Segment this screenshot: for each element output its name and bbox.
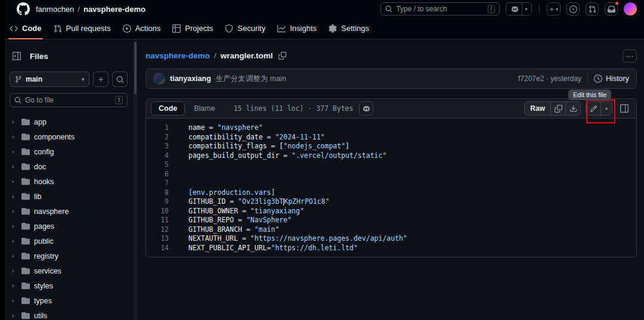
symbols-panel-button[interactable] <box>617 101 631 116</box>
tab-insights[interactable]: Insights <box>271 18 323 39</box>
code-line[interactable]: 14 NEXT_PUBLIC_API_URL="https://dh.leti.… <box>146 244 636 253</box>
pull-requests-button[interactable] <box>586 2 599 15</box>
line-number[interactable]: 10 <box>146 207 174 216</box>
user-avatar[interactable] <box>624 2 637 15</box>
tab-pull-requests[interactable]: Pull requests <box>48 18 117 39</box>
chevron-right-icon[interactable]: › <box>12 223 17 229</box>
chevron-right-icon[interactable]: › <box>12 148 17 155</box>
chevron-right-icon[interactable]: › <box>12 253 17 259</box>
tree-item-styles[interactable]: › styles <box>10 278 128 293</box>
commit-author[interactable]: tianyaxiang <box>170 74 211 83</box>
code-line[interactable]: 12 GITHUB_BRANCH = "main" <box>146 225 636 235</box>
code-line[interactable]: 9 GITHUB_ID = "Ov23lig3bTKpZHrPO1c8" <box>146 197 636 207</box>
tab-projects[interactable]: Projects <box>166 18 219 39</box>
code-line[interactable]: 3 compatibility_flags = ["nodejs_compat"… <box>146 142 636 151</box>
tree-item-registry[interactable]: › registry <box>10 248 128 263</box>
chevron-right-icon[interactable]: › <box>12 178 17 185</box>
tree-item-doc[interactable]: › doc <box>10 159 128 174</box>
code-line[interactable]: 2 compatibility_date = "2024-11-11" <box>146 133 636 142</box>
go-to-file-input[interactable]: Go to file t <box>10 93 128 107</box>
collapse-sidebar-icon[interactable] <box>10 49 24 63</box>
chevron-right-icon[interactable]: › <box>12 208 17 215</box>
more-options-button[interactable]: ⋯ <box>623 49 637 63</box>
line-number[interactable]: 11 <box>146 216 174 225</box>
code-line[interactable]: 6 <box>146 170 636 179</box>
tree-item-types[interactable]: › types <box>10 293 128 308</box>
commit-message[interactable]: 生产分支调整为 main <box>216 74 286 84</box>
download-button[interactable] <box>565 101 581 116</box>
history-button[interactable]: History <box>594 74 629 83</box>
chevron-right-icon[interactable]: › <box>12 193 17 200</box>
code-line[interactable]: 5 <box>146 160 636 170</box>
line-number[interactable]: 12 <box>146 225 174 235</box>
search-this-repo-button[interactable] <box>112 72 128 87</box>
sidebar-scrollbar[interactable] <box>134 39 137 320</box>
copilot-button[interactable] <box>359 101 373 116</box>
tree-item-utils[interactable]: › utils <box>10 308 128 320</box>
line-number[interactable]: 13 <box>146 234 174 244</box>
tree-item-config[interactable]: › config <box>10 144 128 159</box>
notifications-button[interactable] <box>605 2 618 15</box>
copy-path-icon[interactable] <box>278 52 286 60</box>
breadcrumb-repo-link[interactable]: navsphere-demo <box>145 51 210 60</box>
tab-settings[interactable]: Settings <box>323 18 375 39</box>
add-file-button[interactable]: + <box>93 72 109 87</box>
commit-author-avatar[interactable] <box>153 73 165 85</box>
chevron-right-icon[interactable]: › <box>12 133 17 140</box>
chevron-right-icon[interactable]: › <box>12 238 17 244</box>
code-line[interactable]: 8 [env.production.vars] <box>146 188 636 198</box>
issues-button[interactable] <box>566 2 580 15</box>
chevron-right-icon[interactable]: › <box>12 119 17 125</box>
breadcrumb-repo[interactable]: navsphere-demo <box>83 5 145 14</box>
line-number[interactable]: 2 <box>146 133 174 142</box>
line-number[interactable]: 5 <box>146 160 174 170</box>
raw-button[interactable]: Raw <box>524 101 551 116</box>
tree-item-lib[interactable]: › lib <box>10 189 128 204</box>
code-editor[interactable]: 1 name = "navsphere" 2 compatibility_dat… <box>146 119 636 253</box>
scrollbar-thumb[interactable] <box>134 42 137 94</box>
tab-code[interactable]: Code <box>4 18 48 39</box>
line-number[interactable]: 4 <box>146 151 174 161</box>
line-number[interactable]: 14 <box>146 244 174 253</box>
chevron-right-icon[interactable]: › <box>12 268 17 274</box>
chevron-right-icon[interactable]: › <box>12 163 17 170</box>
tab-actions[interactable]: Actions <box>117 18 167 39</box>
copy-file-button[interactable] <box>550 101 566 116</box>
edit-options-button[interactable]: ▾ <box>600 101 612 116</box>
code-line[interactable]: 10 GITHUB_OWNER = "tianyaxiang" <box>146 207 636 216</box>
branch-selector[interactable]: main ▾ <box>10 72 89 87</box>
tab-blame-view[interactable]: Blame <box>186 101 222 116</box>
commit-sha-time[interactable]: f7207e2 · yesterday <box>518 74 581 83</box>
tree-item-public[interactable]: › public <box>10 234 128 248</box>
line-number[interactable]: 1 <box>146 123 174 133</box>
tree-item-pages[interactable]: › pages <box>10 219 128 234</box>
line-number[interactable]: 9 <box>146 197 174 207</box>
code-line[interactable]: 7 <box>146 179 636 188</box>
tree-item-app[interactable]: › app <box>10 114 128 129</box>
global-search-input[interactable]: Type / to search / <box>380 2 500 15</box>
tree-item-components[interactable]: › components <box>10 129 128 144</box>
chevron-right-icon[interactable]: › <box>12 312 17 319</box>
code-line[interactable]: 11 GITHUB_REPO = "NavSphere" <box>146 216 636 225</box>
code-line[interactable]: 13 NEXTAUTH_URL = "https://navsphere.pag… <box>146 234 636 244</box>
tree-item-hooks[interactable]: › hooks <box>10 174 128 189</box>
code-line[interactable]: 4 pages_build_output_dir = ".vercel/outp… <box>146 151 636 161</box>
tab-security[interactable]: Security <box>219 18 271 39</box>
line-number[interactable]: 3 <box>146 142 174 151</box>
copilot-button[interactable]: ▾ <box>506 2 532 15</box>
breadcrumb-owner[interactable]: fanmochen <box>36 5 74 14</box>
line-number[interactable]: 8 <box>146 188 174 198</box>
edit-file-button[interactable] <box>586 101 601 116</box>
chevron-right-icon[interactable]: › <box>12 282 17 289</box>
create-new-button[interactable]: + ▾ <box>547 2 561 15</box>
line-number[interactable]: 6 <box>146 170 174 179</box>
github-logo-icon[interactable] <box>17 2 30 15</box>
chevron-right-icon[interactable]: › <box>12 297 17 304</box>
code-line[interactable]: 1 name = "navsphere" <box>146 123 636 133</box>
line-number[interactable]: 7 <box>146 179 174 188</box>
copilot-caret-icon[interactable]: ▾ <box>522 3 530 15</box>
copy-icon <box>555 105 562 113</box>
tab-code-view[interactable]: Code <box>151 101 185 116</box>
tree-item-services[interactable]: › services <box>10 263 128 278</box>
tree-item-navsphere[interactable]: › navsphere <box>10 204 128 219</box>
